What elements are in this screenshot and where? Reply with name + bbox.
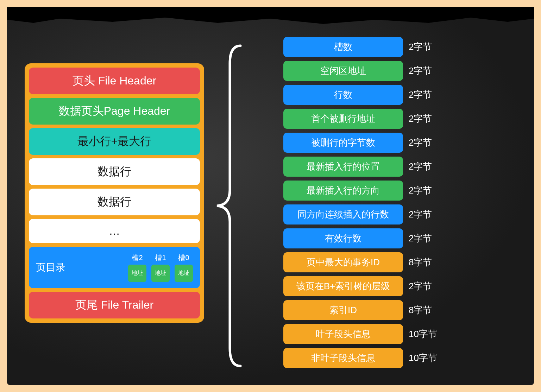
data-row-block: 数据行 — [29, 189, 200, 215]
field-bytes-label: 2字节 — [409, 208, 432, 221]
field-bytes-label: 2字节 — [409, 137, 432, 149]
field-bytes-label: 2字节 — [409, 160, 432, 173]
slot-address-box: 地址 — [175, 265, 193, 282]
directory-slot: 槽1 地址 — [151, 253, 170, 282]
curly-brace-icon — [210, 42, 246, 369]
rough-top-edge — [7, 7, 534, 28]
file-trailer-block: 页尾 File Trailer — [29, 292, 200, 318]
field-row: 最新插入行的方向2字节 — [283, 181, 437, 201]
field-bytes-label: 2字节 — [409, 113, 432, 125]
field-bytes-label: 2字节 — [409, 184, 432, 197]
page-header-block: 数据页头Page Header — [29, 98, 200, 125]
field-box: 有效行数 — [283, 228, 403, 248]
field-box: 非叶子段头信息 — [283, 348, 403, 368]
field-bytes-label: 10字节 — [409, 352, 437, 364]
field-row: 有效行数2字节 — [283, 228, 437, 248]
slot-label: 槽0 — [178, 253, 189, 263]
data-row-block: 数据行 — [29, 158, 200, 185]
field-row: 索引ID8字节 — [283, 300, 437, 320]
field-box: 槽数 — [283, 37, 403, 57]
field-box: 最新插入行的方向 — [283, 181, 403, 201]
field-bytes-label: 2字节 — [409, 41, 432, 53]
field-box: 页中最大的事务ID — [283, 252, 403, 272]
field-row: 页中最大的事务ID8字节 — [283, 252, 437, 272]
field-row: 同方向连续插入的行数2字节 — [283, 204, 437, 225]
field-box: 叶子段头信息 — [283, 324, 403, 344]
field-box: 同方向连续插入的行数 — [283, 204, 403, 225]
diagram-content: 页头 File Header 数据页头Page Header 最小行+最大行 数… — [21, 32, 520, 374]
page-structure-panel: 页头 File Header 数据页头Page Header 最小行+最大行 数… — [25, 63, 204, 323]
field-box: 首个被删行地址 — [283, 109, 403, 129]
field-bytes-label: 2字节 — [409, 280, 432, 292]
field-row: 该页在B+索引树的层级2字节 — [283, 276, 437, 296]
diagram-background: 页头 File Header 数据页头Page Header 最小行+最大行 数… — [7, 7, 534, 385]
field-box: 被删行的字节数 — [283, 133, 403, 153]
field-box: 索引ID — [283, 300, 403, 320]
slot-label: 槽1 — [155, 253, 166, 263]
field-bytes-label: 2字节 — [409, 89, 432, 101]
field-row: 行数2字节 — [283, 85, 437, 105]
field-box: 空闲区地址 — [283, 61, 403, 81]
field-box: 该页在B+索引树的层级 — [283, 276, 403, 296]
field-bytes-label: 2字节 — [409, 65, 432, 77]
field-bytes-label: 10字节 — [409, 328, 437, 340]
field-bytes-label: 8字节 — [409, 304, 432, 316]
slot-address-box: 地址 — [128, 265, 146, 282]
ellipsis-block: … — [29, 219, 200, 243]
field-row: 被删行的字节数2字节 — [283, 133, 437, 153]
directory-slot: 槽2 地址 — [128, 253, 146, 282]
page-directory-block: 页目录 槽2 地址 槽1 地址 槽0 地址 — [29, 247, 200, 288]
directory-slots: 槽2 地址 槽1 地址 槽0 地址 — [128, 253, 193, 282]
field-row: 空闲区地址2字节 — [283, 61, 437, 81]
min-max-row-block: 最小行+最大行 — [29, 128, 200, 155]
page-header-fields-panel: 槽数2字节空闲区地址2字节行数2字节首个被删行地址2字节被删行的字节数2字节最新… — [283, 37, 437, 368]
slot-label: 槽2 — [132, 253, 143, 263]
field-bytes-label: 8字节 — [409, 256, 432, 268]
field-row: 槽数2字节 — [283, 37, 437, 57]
field-row: 叶子段头信息10字节 — [283, 324, 437, 344]
field-box: 最新插入行的位置 — [283, 157, 403, 177]
page-directory-label: 页目录 — [36, 261, 65, 274]
field-row: 非叶子段头信息10字节 — [283, 348, 437, 368]
file-header-block: 页头 File Header — [29, 68, 200, 94]
field-box: 行数 — [283, 85, 403, 105]
directory-slot: 槽0 地址 — [175, 253, 193, 282]
field-row: 最新插入行的位置2字节 — [283, 157, 437, 177]
field-bytes-label: 2字节 — [409, 232, 432, 245]
field-row: 首个被删行地址2字节 — [283, 109, 437, 129]
slot-address-box: 地址 — [151, 265, 170, 282]
